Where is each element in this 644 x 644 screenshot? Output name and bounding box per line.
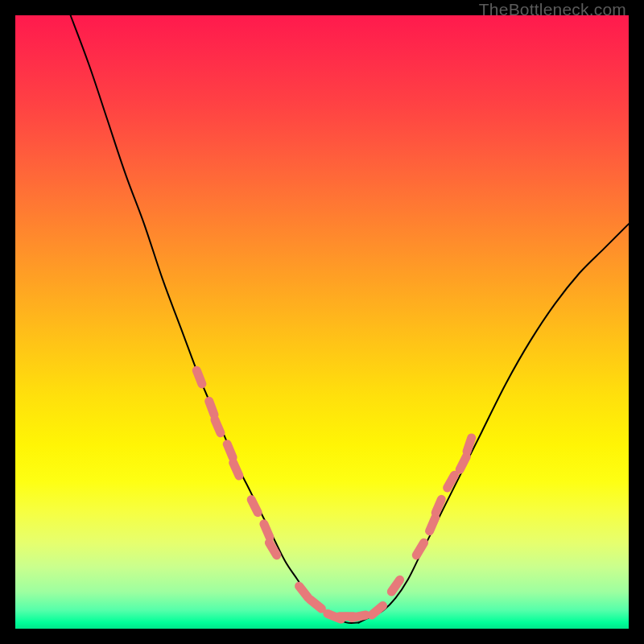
marker-point: [448, 475, 455, 488]
marker-point: [215, 419, 221, 433]
marker-point: [196, 370, 202, 384]
marker-point: [372, 605, 383, 615]
marker-points: [196, 370, 471, 619]
chart-svg: [15, 15, 629, 629]
marker-point: [209, 401, 214, 415]
marker-point: [264, 524, 270, 538]
marker-point: [467, 438, 472, 452]
curve-lines: [71, 15, 629, 623]
marker-point: [430, 518, 436, 531]
plot-area: [15, 15, 629, 629]
marker-point: [416, 543, 423, 555]
marker-point: [460, 456, 466, 469]
marker-point: [391, 580, 399, 592]
marker-point: [269, 543, 276, 555]
curve-left-curve: [71, 15, 359, 623]
chart-frame: [15, 15, 629, 629]
curve-right-curve: [359, 224, 629, 622]
marker-point: [251, 500, 258, 513]
marker-point: [310, 600, 321, 609]
marker-point: [233, 463, 239, 476]
marker-point: [352, 615, 366, 618]
marker-point: [227, 444, 233, 458]
marker-point: [299, 586, 308, 597]
marker-point: [436, 499, 441, 513]
